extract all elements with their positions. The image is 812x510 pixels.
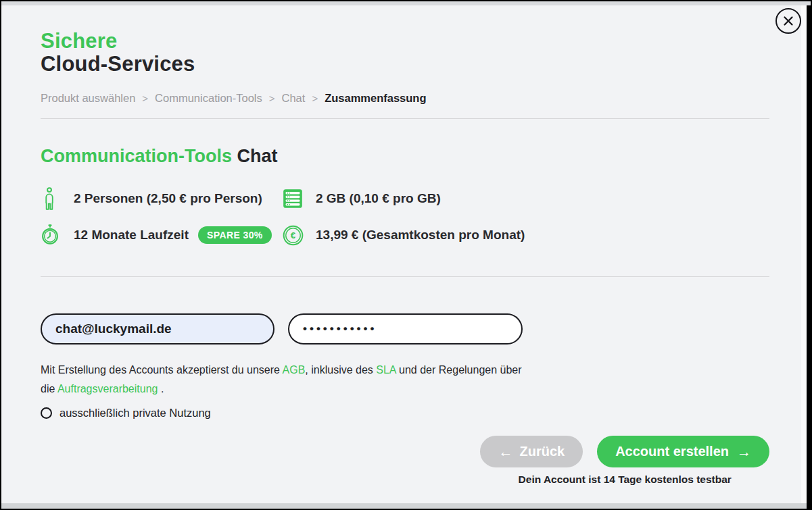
close-icon bbox=[781, 14, 796, 28]
spare-badge: SPARE 30% bbox=[198, 226, 272, 244]
radio-circle-icon[interactable] bbox=[41, 407, 52, 419]
divider bbox=[41, 118, 769, 119]
title-line-1: Sichere bbox=[41, 30, 769, 53]
back-button[interactable]: ← Zurück bbox=[480, 436, 583, 467]
close-button[interactable] bbox=[775, 8, 801, 34]
chevron-right-icon: > bbox=[312, 93, 318, 104]
breadcrumb: Produkt auswählen > Communication-Tools … bbox=[41, 92, 769, 105]
page-title: Sichere Cloud-Services bbox=[41, 30, 769, 76]
person-icon bbox=[41, 187, 74, 210]
email-input[interactable] bbox=[41, 313, 274, 345]
private-use-radio[interactable]: ausschließlich private Nutzung bbox=[41, 407, 211, 419]
back-button-label: Zurück bbox=[519, 444, 565, 459]
submit-button-label: Account erstellen bbox=[615, 444, 729, 459]
summary-title-rest: Chat bbox=[237, 146, 278, 166]
breadcrumb-item-zusammenfassung: Zusammenfassung bbox=[325, 92, 426, 105]
euro-coin-icon: € bbox=[283, 225, 316, 246]
breadcrumb-item-produkt[interactable]: Produkt auswählen bbox=[41, 92, 135, 105]
sla-link[interactable]: SLA bbox=[376, 364, 396, 376]
vertical-scrollbar[interactable] bbox=[801, 5, 807, 503]
legal-part: . bbox=[158, 383, 164, 394]
account-erstellen-button[interactable]: Account erstellen → bbox=[597, 436, 769, 467]
summary-item-persons: 2 Personen (2,50 € pro Person) bbox=[41, 187, 283, 210]
auftragsverarbeitung-link[interactable]: Auftragsverarbeitung bbox=[57, 383, 158, 394]
chevron-right-icon: > bbox=[142, 93, 148, 104]
summary-grid: 2 Personen (2,50 € pro Person) bbox=[41, 187, 769, 247]
arrow-left-icon: ← bbox=[498, 444, 512, 460]
summary-item-price: € 13,99 € (Gesamtkosten pro Monat) bbox=[283, 224, 769, 247]
radio-label: ausschließlich private Nutzung bbox=[59, 407, 211, 419]
trial-note: Dein Account ist 14 Tage kostenlos testb… bbox=[519, 474, 732, 486]
svg-text:€: € bbox=[291, 230, 296, 240]
actions: ← Zurück Account erstellen → Dein Accoun… bbox=[41, 436, 769, 486]
password-input[interactable] bbox=[288, 313, 523, 345]
summary-item-duration: 12 Monate Laufzeit SPARE 30% bbox=[41, 224, 283, 247]
legal-part: Mit Erstellung des Accounts akzeptierst … bbox=[41, 364, 283, 376]
server-icon bbox=[283, 188, 316, 209]
summary-item-label: 2 GB (0,10 € pro GB) bbox=[316, 191, 441, 206]
summary-item-label: 2 Personen (2,50 € pro Person) bbox=[74, 191, 262, 206]
summary-title: Communication-Tools Chat bbox=[41, 146, 769, 167]
summary-item-storage: 2 GB (0,10 € pro GB) bbox=[283, 187, 769, 210]
title-line-2: Cloud-Services bbox=[41, 53, 769, 76]
stopwatch-icon bbox=[41, 224, 74, 246]
summary-item-label: 12 Monate Laufzeit bbox=[74, 228, 189, 243]
horizontal-scrollbar[interactable] bbox=[1, 503, 807, 509]
summary-title-highlight: Communication-Tools bbox=[41, 146, 232, 166]
credentials-row bbox=[41, 313, 769, 345]
divider bbox=[41, 276, 769, 277]
chevron-right-icon: > bbox=[269, 93, 275, 104]
modal-window: Sichere Cloud-Services Produkt auswählen… bbox=[0, 0, 812, 510]
content-area: Sichere Cloud-Services Produkt auswählen… bbox=[1, 5, 801, 503]
legal-part: , inklusive des bbox=[305, 364, 376, 376]
arrow-right-icon: → bbox=[737, 444, 751, 460]
legal-text: Mit Erstellung des Accounts akzeptierst … bbox=[41, 361, 524, 399]
breadcrumb-item-tools[interactable]: Communication-Tools bbox=[155, 92, 262, 105]
agb-link[interactable]: AGB bbox=[283, 364, 306, 376]
summary-item-label: 13,99 € (Gesamtkosten pro Monat) bbox=[316, 228, 525, 243]
breadcrumb-item-chat[interactable]: Chat bbox=[282, 92, 306, 105]
